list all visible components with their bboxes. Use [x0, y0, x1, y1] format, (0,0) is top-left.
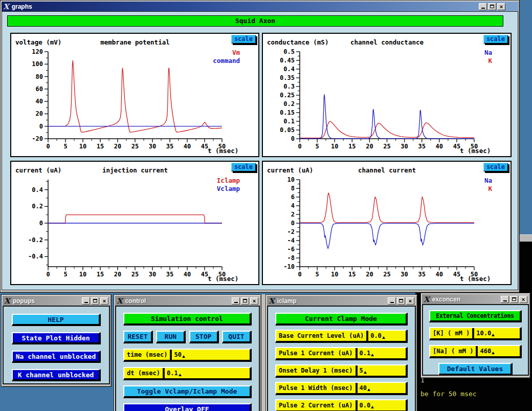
x-tick-label: 20: [366, 271, 373, 278]
close-icon: ×: [103, 298, 106, 304]
toggle-clamp-mode-button[interactable]: Toggle Vclamp/Iclamp Mode: [123, 385, 252, 398]
y-tick-label: 60: [36, 85, 43, 93]
x-tick-label: 10: [331, 271, 338, 278]
k-concentration-input[interactable]: 10.0: [474, 328, 520, 338]
maximize-button[interactable]: [91, 297, 99, 305]
dt-field-label: dt (msec): [124, 368, 163, 378]
x-logo-icon: X: [3, 3, 9, 10]
dt-field-input[interactable]: 0.1: [165, 368, 250, 378]
x-tick-label: 25: [131, 143, 139, 150]
graphs-window: X graphs × Squid Axon -20020406080100120…: [0, 0, 520, 293]
graphs-titlebar[interactable]: X graphs ×: [2, 2, 518, 11]
y-tick-label: 120: [32, 48, 43, 55]
na-concentration-input[interactable]: 460: [478, 346, 520, 356]
default-values-button[interactable]: Default Values: [438, 363, 513, 376]
maximize-icon: [399, 299, 403, 302]
time-field-input[interactable]: 50: [172, 350, 250, 360]
x-tick-label: 5: [63, 271, 67, 278]
pulse1-current-input[interactable]: 0.1: [358, 348, 406, 358]
close-button[interactable]: ×: [100, 297, 108, 305]
minimize-button[interactable]: [501, 296, 509, 303]
field-label: Pulse 1 Current (uA): [276, 348, 356, 358]
text-caret: [367, 388, 370, 391]
series-K: [300, 193, 474, 223]
minimize-button[interactable]: [232, 297, 240, 305]
text-caret: [179, 374, 182, 376]
base-current-input[interactable]: 0.0: [368, 331, 406, 341]
x-tick-label: 35: [166, 143, 173, 150]
x-tick-label: 20: [114, 143, 121, 150]
x-tick-label: 15: [97, 271, 104, 278]
stop-button[interactable]: STOP: [189, 331, 219, 343]
maximize-button[interactable]: [397, 297, 405, 305]
y-tick-label: -0.2: [28, 236, 43, 244]
onset-delay1-input[interactable]: 5: [358, 365, 406, 376]
x-tick-label: 10: [331, 143, 338, 150]
minimize-button[interactable]: [82, 297, 90, 305]
maximize-button[interactable]: [510, 296, 518, 303]
window-title: graphs: [12, 3, 32, 10]
y-axis-label: current (uA): [15, 166, 61, 174]
y-tick-label: 0: [39, 220, 43, 227]
close-icon: ×: [500, 4, 503, 9]
y-tick-label: 100: [32, 60, 43, 68]
maximize-button[interactable]: [241, 297, 249, 305]
close-button[interactable]: ×: [250, 297, 258, 305]
x-logo-icon: X: [117, 297, 123, 304]
control-titlebar[interactable]: X control ×: [115, 296, 260, 306]
maximize-icon: [243, 299, 247, 302]
close-button[interactable]: ×: [497, 3, 505, 10]
desktop: { "desktop": { "bg": "#4377a5", "termina…: [0, 0, 532, 411]
y-tick-label: 0.05: [280, 126, 295, 134]
chart-title: channel conductance: [350, 38, 424, 46]
scale-button[interactable]: scale: [231, 163, 256, 171]
axes: [48, 52, 222, 139]
simulation-control-banner: Simulation control: [123, 313, 252, 326]
close-button[interactable]: ×: [519, 296, 527, 303]
x-tick-label: 40: [436, 271, 443, 278]
legend-K: K: [488, 57, 492, 64]
time-field-label: time (msec): [124, 350, 170, 360]
popups-titlebar[interactable]: X popups ×: [3, 296, 110, 306]
chart-title: membrane potential: [100, 38, 169, 46]
x-tick-label: 10: [79, 271, 86, 278]
field-label: [Na] ( mM ): [430, 346, 476, 356]
minimize-icon: [234, 302, 238, 303]
scale-button[interactable]: scale: [483, 163, 508, 171]
state-plot-button[interactable]: State Plot Hidden: [12, 332, 101, 344]
x-tick-label: 15: [348, 271, 356, 278]
quit-button[interactable]: QUIT: [222, 331, 252, 343]
y-axis-label: conductance (mS): [267, 38, 328, 46]
exconcen-titlebar[interactable]: X exconcen ×: [422, 294, 529, 304]
time-field: time (msec) 50: [123, 349, 252, 362]
control-window: X control × Simulation control RESET RUN…: [114, 294, 261, 411]
x-tick-label: 35: [418, 143, 425, 150]
minimize-button[interactable]: [479, 3, 487, 10]
field-label: Pulse 1 Width (msec): [276, 383, 356, 393]
na-channel-button[interactable]: Na channel unblocked: [12, 351, 101, 363]
pulse2-current-input[interactable]: 0.0: [358, 400, 406, 410]
k-channel-button[interactable]: K channel unblocked: [12, 369, 101, 381]
pulse1-width-input[interactable]: 40: [358, 383, 406, 393]
iclamp-titlebar[interactable]: X iclamp ×: [267, 296, 416, 306]
scale-button[interactable]: scale: [231, 35, 256, 44]
minimize-button[interactable]: [388, 297, 396, 305]
chart-membrane-potential: -2002040608010012005101520253035404550vo…: [11, 34, 258, 156]
close-button[interactable]: ×: [406, 297, 414, 305]
exconcen-window: X exconcen × External Concentrations [K]…: [420, 293, 530, 378]
help-button[interactable]: HELP: [12, 314, 101, 326]
y-tick-label: 0: [39, 123, 43, 130]
maximize-button[interactable]: [488, 3, 496, 10]
y-tick-label: 0.25: [280, 92, 295, 99]
overlay-button[interactable]: Overlay OFF: [123, 403, 252, 411]
y-tick-label: 0.3: [283, 83, 295, 90]
scale-button[interactable]: scale: [483, 35, 508, 44]
x-tick-label: 35: [166, 271, 173, 278]
window-title: control: [125, 297, 146, 305]
series-Vm: [48, 60, 222, 132]
x-logo-icon: X: [424, 296, 430, 302]
run-button[interactable]: RUN: [156, 331, 186, 343]
minimize-icon: [390, 302, 394, 303]
reset-button[interactable]: RESET: [123, 331, 153, 343]
series-K: [300, 121, 474, 138]
